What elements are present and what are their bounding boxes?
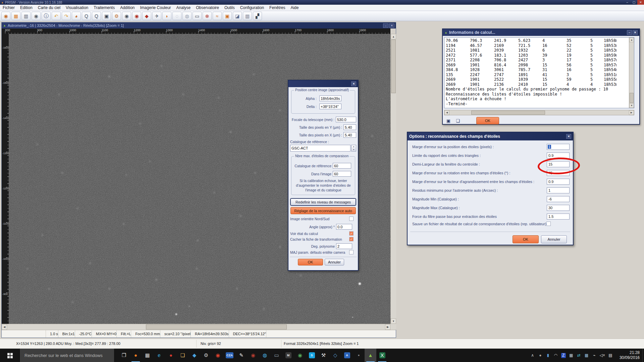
toolbar-button[interactable]: ◉	[132, 12, 141, 20]
focale-input[interactable]: 530.0	[336, 117, 356, 122]
menu-item[interactable]: Observatoire	[193, 5, 222, 11]
scroll-right-arrow[interactable]: ▶	[629, 110, 634, 115]
save-result-checkbox[interactable]	[546, 222, 551, 226]
tray-icon[interactable]: ▤	[608, 353, 613, 358]
catalogue-spinner[interactable]: ▴ ▾	[351, 145, 356, 152]
in-image-count-input[interactable]: 60	[333, 171, 351, 177]
scroll-up-arrow[interactable]: ▲	[629, 38, 634, 42]
menu-item[interactable]: Fenêtres	[267, 5, 288, 11]
option-input[interactable]: 0.9	[547, 179, 570, 185]
tray-icon[interactable]: ▩	[584, 353, 589, 358]
toolbar-button[interactable]: ◉	[32, 12, 41, 20]
menu-item[interactable]: Imagerie Couleur	[138, 5, 174, 11]
polynome-degree-input[interactable]: 2	[336, 243, 352, 249]
taskbar-app-button[interactable]: ◆	[189, 349, 200, 362]
options-ok-button[interactable]: OK	[513, 235, 539, 243]
image-window-close-button[interactable]: ✕	[389, 23, 394, 28]
toolbar-button[interactable]: ≈	[213, 12, 222, 20]
menu-item[interactable]: Addition	[117, 5, 137, 11]
calc-log-area[interactable]: 70.06796.3241.95.623435518h58m 119446.57…	[444, 37, 634, 108]
taskbar-app-button[interactable]: ⚒	[318, 349, 329, 362]
calc-window-titlebar[interactable]: ▲ Informations de calcul... – ✕	[443, 29, 639, 36]
option-input[interactable]: 45	[547, 170, 570, 176]
auto-recognition-button[interactable]: Réglage de la reconnaissance auto	[290, 207, 356, 214]
calc-vertical-scrollbar[interactable]: ▲ ▼	[629, 38, 634, 108]
taskbar-app-button[interactable]: ❐	[118, 349, 130, 362]
taskbar-clock[interactable]: 21:28 30/09/2016	[615, 350, 642, 360]
toolbar-button[interactable]: ▭	[193, 12, 202, 20]
toolbar-button[interactable]: ✈	[152, 12, 161, 20]
option-input[interactable]: 1	[547, 144, 570, 150]
scroll-up-arrow[interactable]: ▲	[391, 34, 396, 39]
tray-icon[interactable]: ◁×	[600, 353, 605, 358]
taskbar-app-button[interactable]: ✎	[235, 349, 247, 362]
menu-item[interactable]: Configuration	[237, 5, 267, 11]
taskbar-app-button[interactable]: ▭	[271, 349, 282, 362]
catalogue-select[interactable]: GSC-ACT	[290, 145, 351, 152]
toolbar-button[interactable]: ◌	[172, 12, 181, 20]
tray-icon[interactable]: ▮	[546, 353, 550, 358]
taskbar-app-button[interactable]: S	[306, 349, 318, 362]
calc-minimize-button[interactable]: –	[627, 30, 632, 35]
image-window-titlebar[interactable]: ▲ Astrometrie_-16 | 3326x2504 - Monochro…	[2, 22, 396, 28]
astrometry-close-button[interactable]: ✕	[351, 81, 356, 86]
toolbar-button[interactable]: ▣	[102, 12, 111, 20]
toolbar-button[interactable]: ▞	[253, 12, 262, 20]
scroll-thumb[interactable]	[630, 93, 634, 103]
toolbar-button[interactable]: ▣	[223, 12, 232, 20]
taskbar-app-button[interactable]: CZA	[224, 349, 235, 362]
options-cancel-button[interactable]: Annuler	[541, 235, 567, 243]
menu-item[interactable]: Fichier	[0, 5, 17, 11]
toolbar-button[interactable]: ◗	[162, 12, 171, 20]
option-input[interactable]: 1	[547, 187, 570, 193]
menu-item[interactable]: Aide	[288, 5, 301, 11]
toolbar-button[interactable]: ◍	[182, 12, 192, 20]
toolbar-button[interactable]: ⓘ	[42, 12, 51, 20]
tray-icon[interactable]: ◠	[553, 353, 558, 358]
calc-ok-button[interactable]: OK	[476, 117, 499, 124]
astrometry-cancel-button[interactable]: Annuler	[325, 259, 344, 265]
copy-log-icon[interactable]: ❏	[454, 117, 462, 124]
maximize-button[interactable]: ▢	[631, 0, 637, 5]
horizontal-scrollbar[interactable]: ◀ ▶	[2, 324, 390, 330]
taskbar-app-button[interactable]: ◉	[212, 349, 224, 362]
scroll-thumb[interactable]	[471, 111, 545, 115]
menu-item[interactable]: Carte du ciel	[35, 5, 63, 11]
toolbar-button[interactable]: Q	[92, 12, 101, 20]
tray-icon[interactable]: ▦	[569, 353, 574, 358]
toolbar-button[interactable]: ◉	[1, 12, 10, 20]
taskbar-app-button[interactable]: ●	[130, 349, 142, 362]
taskbar-app-button[interactable]: M	[282, 349, 294, 362]
vertical-scrollbar[interactable]: ▲ ▼	[390, 34, 396, 324]
taskbar-app-button[interactable]: ◍	[259, 349, 271, 362]
tray-icon[interactable]: ●	[538, 353, 543, 358]
spinner-down-icon[interactable]: ▾	[352, 148, 356, 151]
pixel-y-input[interactable]: 5.40	[343, 124, 356, 130]
close-button[interactable]: ✕	[637, 0, 644, 5]
maj-param-checkbox[interactable]	[349, 250, 354, 254]
north-south-checkbox[interactable]	[349, 217, 354, 221]
toolbar-button[interactable]: ↷	[62, 12, 71, 20]
taskbar-app-button[interactable]: ▲	[365, 349, 376, 362]
option-input[interactable]: -6	[547, 196, 570, 202]
spinner-up-icon[interactable]: ▴	[352, 145, 356, 148]
options-dialog-titlebar[interactable]: Options : reconnaissance des champs d'ét…	[408, 132, 573, 140]
astrometry-dialog-titlebar[interactable]: ✕	[288, 80, 358, 87]
search-input[interactable]: Rechercher sur le web et dans Windows	[19, 349, 114, 362]
menu-item[interactable]: Analyse	[174, 5, 194, 11]
scroll-left-arrow[interactable]: ◀	[444, 110, 449, 115]
calc-close-button[interactable]: ✕	[633, 30, 638, 35]
toolbar-button[interactable]: ⚙	[112, 12, 121, 20]
hide-sheet-checkbox[interactable]: ✓	[349, 237, 354, 241]
delta-input[interactable]: +38°15'24"	[319, 104, 341, 109]
scroll-down-arrow[interactable]: ▼	[629, 103, 634, 108]
taskbar-app-button[interactable]: e	[153, 349, 165, 362]
taskbar-app-button[interactable]: ◇	[329, 349, 341, 362]
tray-icon[interactable]: Z	[561, 353, 566, 358]
option-input[interactable]: 0.9	[547, 153, 570, 159]
toolbar-button[interactable]: ◪	[233, 12, 242, 20]
tray-icon[interactable]: ⇄	[577, 353, 581, 358]
taskbar-app-button[interactable]: ❏	[177, 349, 189, 362]
tray-icon[interactable]: ⌁	[592, 353, 597, 358]
toolbar-button[interactable]: ▥	[21, 12, 31, 20]
